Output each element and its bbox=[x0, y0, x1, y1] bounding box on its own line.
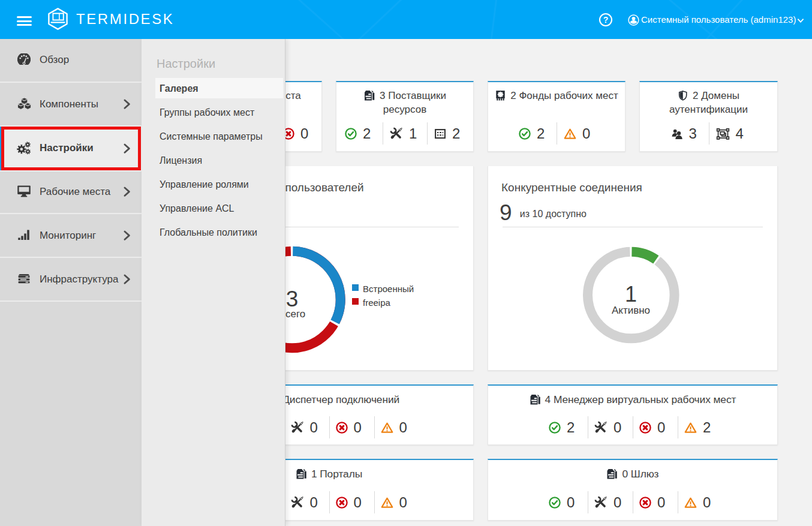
svg-text:?: ? bbox=[603, 15, 609, 25]
